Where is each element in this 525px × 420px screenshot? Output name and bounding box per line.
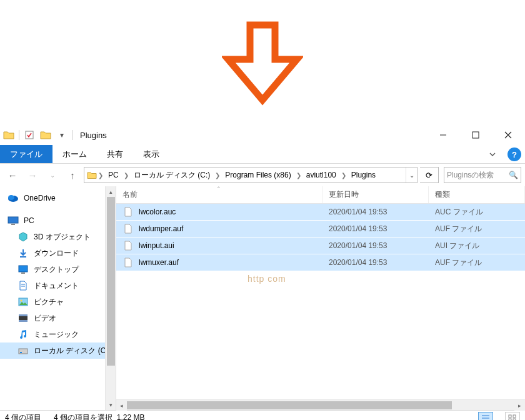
scroll-up-icon[interactable]: ▴: [106, 186, 116, 197]
folder-icon: [2, 129, 15, 141]
file-date: 2020/01/04 19:53: [322, 224, 429, 233]
window-title: Plugins: [80, 131, 107, 140]
crumb-pc[interactable]: PC: [104, 168, 122, 182]
file-row[interactable]: lwinput.aui2020/01/04 19:53AUI ファイル: [116, 238, 525, 254]
nav-onedrive[interactable]: OneDrive: [0, 190, 116, 206]
file-date: 2020/01/04 19:53: [322, 258, 429, 267]
nav-pictures[interactable]: ピクチャ: [0, 294, 116, 310]
nav-label: 3D オブジェクト: [34, 232, 91, 242]
scrollbar-thumb[interactable]: [127, 401, 452, 409]
tab-file[interactable]: ファイル: [0, 145, 52, 163]
tab-view[interactable]: 表示: [133, 145, 169, 163]
nav-local-disk-c[interactable]: ローカル ディスク (C:): [0, 342, 116, 359]
file-row[interactable]: lwdumper.auf2020/01/04 19:53AUF ファイル: [116, 221, 525, 238]
svg-rect-2: [472, 132, 479, 138]
column-date[interactable]: 更新日時: [322, 186, 429, 203]
chevron-right-icon[interactable]: ❯: [97, 172, 104, 179]
file-date: 2020/01/04 19:53: [322, 208, 429, 216]
up-button[interactable]: ↑: [64, 166, 81, 184]
nav-scrollbar[interactable]: ▴ ▾: [105, 186, 116, 410]
address-dropdown[interactable]: ⌄: [406, 168, 417, 182]
svg-rect-0: [26, 131, 33, 139]
file-name: lwdumper.auf: [139, 224, 183, 233]
title-bar: ▾ Plugins: [0, 125, 525, 145]
svg-rect-6: [11, 224, 15, 225]
view-details-button[interactable]: [478, 412, 493, 421]
minimize-button[interactable]: [429, 126, 458, 144]
sort-indicator-icon: ⌃: [216, 186, 221, 192]
nav-documents[interactable]: ドキュメント: [0, 278, 116, 294]
video-icon: [18, 312, 29, 324]
crumb-plugins[interactable]: Plugins: [348, 168, 379, 182]
nav-label: PC: [24, 216, 34, 225]
pc-icon: [8, 215, 19, 226]
svg-rect-8: [19, 266, 28, 272]
status-item-count: 4 個の項目: [5, 412, 41, 420]
back-button[interactable]: ←: [4, 166, 21, 184]
nav-videos[interactable]: ビデオ: [0, 310, 116, 326]
chevron-right-icon[interactable]: ❯: [122, 172, 130, 179]
svg-rect-18: [20, 352, 22, 353]
nav-label: ピクチャ: [34, 297, 64, 308]
nav-label: ダウンロード: [34, 248, 79, 259]
file-row[interactable]: lwmuxer.auf2020/01/04 19:53AUF ファイル: [116, 254, 525, 271]
ribbon: ファイル ホーム 共有 表示 ?: [0, 145, 525, 164]
download-icon: [18, 248, 29, 259]
scroll-right-icon[interactable]: ▸: [514, 400, 525, 411]
file-type: AUC ファイル: [429, 207, 525, 218]
h-scrollbar[interactable]: ◂ ▸: [116, 399, 525, 410]
view-icons-button[interactable]: [505, 412, 520, 421]
refresh-button[interactable]: ⟳: [420, 167, 439, 183]
nav-label: ドキュメント: [34, 281, 79, 291]
qat-dropdown-icon[interactable]: ▾: [56, 129, 68, 141]
scroll-down-icon[interactable]: ▾: [106, 399, 116, 410]
file-date: 2020/01/04 19:53: [322, 241, 429, 250]
chevron-right-icon[interactable]: ❯: [340, 172, 348, 179]
file-name: lwcolor.auc: [139, 208, 176, 216]
file-icon: [122, 240, 134, 251]
file-name: lwmuxer.auf: [139, 258, 179, 267]
scroll-left-icon[interactable]: ◂: [116, 400, 127, 411]
svg-rect-23: [513, 415, 516, 418]
help-button[interactable]: ?: [508, 148, 521, 161]
scrollbar-thumb[interactable]: [107, 197, 115, 366]
nav-desktop[interactable]: デスクトップ: [0, 261, 116, 278]
crumb-drive[interactable]: ローカル ディスク (C:): [130, 168, 214, 182]
nav-music[interactable]: ミュージック: [0, 326, 116, 342]
drive-icon: [18, 345, 29, 356]
search-placeholder: Pluginsの検索: [447, 170, 494, 181]
crumb-aviutl[interactable]: aviutl100: [302, 168, 340, 182]
ribbon-expand-icon[interactable]: [480, 145, 505, 163]
document-icon: [18, 280, 29, 291]
watermark: http com: [248, 274, 286, 284]
tab-home[interactable]: ホーム: [52, 145, 97, 163]
chevron-right-icon[interactable]: ❯: [295, 172, 302, 179]
file-row[interactable]: lwcolor.auc2020/01/04 19:53AUC ファイル: [116, 204, 525, 221]
nav-downloads[interactable]: ダウンロード: [0, 245, 116, 261]
address-bar: ← → ⌄ ↑ ❯ PC ❯ ローカル ディスク (C:) ❯ Program …: [0, 164, 525, 186]
properties-icon[interactable]: [23, 129, 36, 141]
nav-3d-objects[interactable]: 3D オブジェクト: [0, 229, 116, 245]
column-name[interactable]: 名前 ⌃: [116, 186, 322, 203]
svg-rect-15: [19, 314, 28, 316]
breadcrumb[interactable]: ❯ PC ❯ ローカル ディスク (C:) ❯ Program Files (x…: [84, 167, 418, 183]
search-input[interactable]: Pluginsの検索 🔍: [444, 167, 521, 183]
column-type[interactable]: 種類: [429, 186, 525, 203]
nav-pc[interactable]: PC: [0, 212, 116, 229]
onedrive-icon: [8, 192, 19, 204]
close-button[interactable]: [494, 126, 522, 144]
svg-rect-5: [8, 217, 18, 223]
qat-folder-icon[interactable]: [39, 129, 52, 141]
chevron-right-icon[interactable]: ❯: [214, 172, 221, 179]
cube-icon: [18, 231, 29, 242]
forward-button[interactable]: →: [24, 166, 41, 184]
picture-icon: [18, 296, 29, 308]
desktop-icon: [18, 264, 29, 275]
recent-dropdown[interactable]: ⌄: [44, 166, 61, 184]
crumb-pf[interactable]: Program Files (x86): [221, 168, 294, 182]
maximize-button[interactable]: [461, 126, 490, 144]
status-bar: 4 個の項目 4 個の項目を選択 1.22 MB: [0, 410, 525, 420]
svg-rect-16: [19, 320, 28, 322]
nav-label: ローカル ディスク (C:): [34, 346, 111, 356]
tab-share[interactable]: 共有: [97, 145, 133, 163]
